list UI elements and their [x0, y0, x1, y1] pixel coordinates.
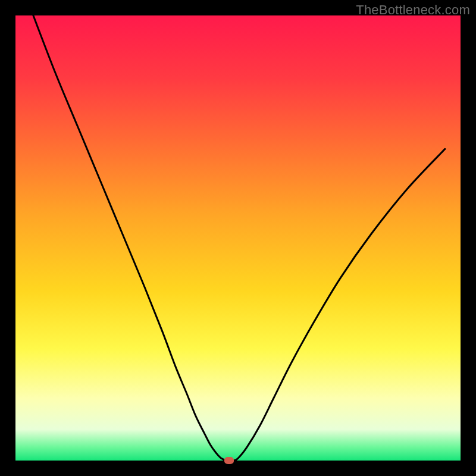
curve-path: [33, 15, 445, 461]
watermark-text: TheBottleneck.com: [356, 2, 470, 18]
bottleneck-curve: [15, 15, 461, 461]
minimum-marker: [224, 457, 234, 464]
chart-frame: TheBottleneck.com: [0, 0, 476, 476]
plot-area: [15, 15, 461, 461]
